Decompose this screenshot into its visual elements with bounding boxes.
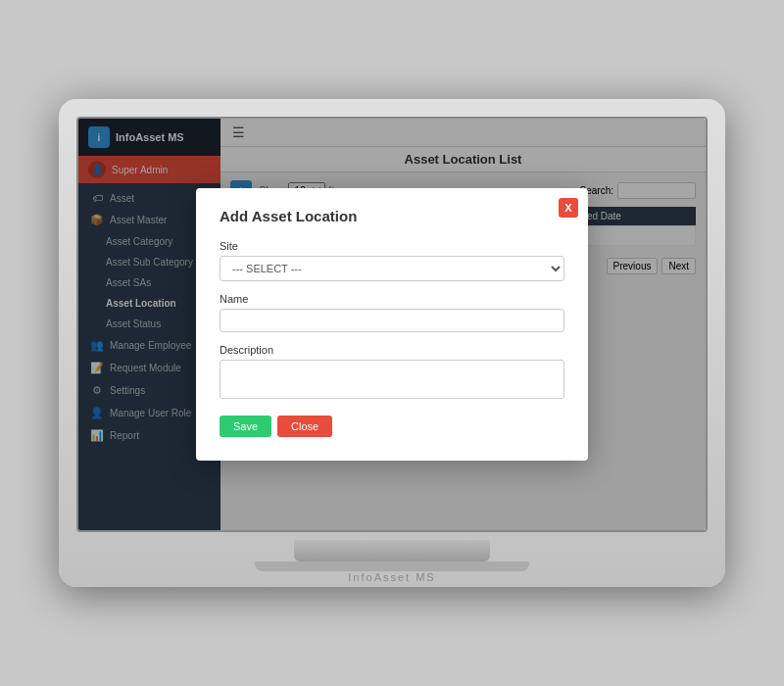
name-label: Name: [220, 293, 564, 305]
form-group-name: Name: [220, 293, 564, 332]
monitor-screen: i InfoAsset MS 👤 Super Admin 🏷 Asset ▸ 📦: [76, 117, 708, 532]
monitor-base: [255, 562, 529, 571]
form-group-description: Description: [220, 344, 564, 402]
form-group-site: Site --- SELECT ---: [220, 240, 564, 281]
modal-title: Add Asset Location: [220, 208, 564, 224]
close-button[interactable]: Close: [277, 416, 332, 437]
monitor-bottom: InfoAsset MS: [76, 532, 708, 583]
site-select[interactable]: --- SELECT ---: [220, 256, 564, 281]
site-label: Site: [220, 240, 564, 252]
name-input[interactable]: [220, 309, 564, 332]
modal-close-button[interactable]: X: [559, 198, 578, 218]
modal-overlay: X Add Asset Location Site --- SELECT ---…: [220, 119, 706, 530]
main-content: ☰ Asset Location List + Show 10 25 50: [220, 119, 706, 530]
modal-actions: Save Close: [220, 416, 564, 437]
monitor-stand: [294, 540, 490, 562]
monitor-brand: InfoAsset MS: [76, 571, 708, 583]
modal-dialog: X Add Asset Location Site --- SELECT ---…: [220, 188, 588, 461]
save-button[interactable]: Save: [220, 416, 271, 437]
description-label: Description: [220, 344, 564, 356]
description-textarea[interactable]: [220, 360, 564, 399]
monitor: i InfoAsset MS 👤 Super Admin 🏷 Asset ▸ 📦: [59, 99, 725, 587]
app-container: i InfoAsset MS 👤 Super Admin 🏷 Asset ▸ 📦: [78, 119, 706, 530]
